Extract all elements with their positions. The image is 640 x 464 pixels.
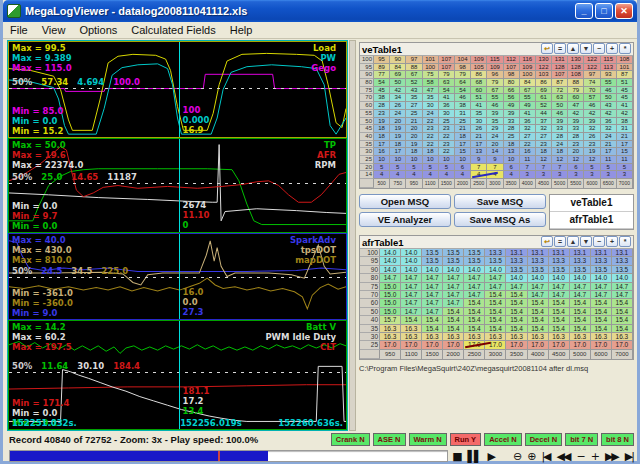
table-cell[interactable]: 17: [601, 148, 617, 156]
table-cell[interactable]: 15.4: [549, 308, 570, 316]
table-cell[interactable]: 15.4: [506, 291, 527, 299]
table-cell[interactable]: 39: [504, 110, 520, 118]
table-cell[interactable]: 131: [552, 56, 568, 64]
table-cell[interactable]: 13.1: [612, 249, 633, 257]
table-cell[interactable]: 16.3: [401, 333, 422, 341]
table-cell[interactable]: 28: [552, 133, 568, 141]
table-cell[interactable]: 5: [423, 164, 439, 172]
table-cell[interactable]: 15.4: [612, 316, 633, 324]
table-cell[interactable]: 97: [406, 56, 422, 64]
table-cell[interactable]: 7: [552, 164, 568, 172]
table-cell[interactable]: 58: [423, 79, 439, 87]
table-cell[interactable]: 15.4: [528, 316, 549, 324]
table-cell[interactable]: 104: [455, 56, 471, 64]
table-cell[interactable]: 42: [601, 110, 617, 118]
table-cell[interactable]: 13.5: [549, 266, 570, 274]
table-cell[interactable]: 14.7: [549, 291, 570, 299]
table-cell[interactable]: 46: [584, 102, 600, 110]
table-cell[interactable]: 18: [536, 148, 552, 156]
table-cell[interactable]: 17.0: [380, 341, 401, 349]
table-cell[interactable]: 17.0: [549, 341, 570, 349]
table-cell[interactable]: 39: [487, 110, 503, 118]
table-cell[interactable]: 25: [504, 133, 520, 141]
table-cell[interactable]: 17.0: [506, 341, 527, 349]
table-cell[interactable]: 6: [568, 164, 584, 172]
table-cell[interactable]: 15.4: [570, 308, 591, 316]
table-cell[interactable]: 41: [520, 110, 536, 118]
table-cell[interactable]: 47: [568, 102, 584, 110]
table-cell[interactable]: 23: [374, 110, 390, 118]
table-cell[interactable]: 57: [584, 94, 600, 102]
table-cell[interactable]: 3: [520, 171, 536, 179]
table-cell[interactable]: 3: [552, 171, 568, 179]
table-cell[interactable]: 67: [487, 87, 503, 95]
table-cell[interactable]: 3: [601, 171, 617, 179]
table-cell[interactable]: 22: [423, 141, 439, 149]
table-cell[interactable]: 107: [439, 56, 455, 64]
table-cell[interactable]: 15.4: [570, 316, 591, 324]
table-cell[interactable]: 54: [455, 87, 471, 95]
table-cell[interactable]: 15.4: [485, 308, 506, 316]
table-cell[interactable]: 15.4: [443, 325, 464, 333]
table-cell[interactable]: 14.7: [591, 291, 612, 299]
table-cell[interactable]: 130: [536, 56, 552, 64]
stop-button[interactable]: ■: [452, 450, 460, 463]
table-cell[interactable]: 31: [455, 110, 471, 118]
table-cell[interactable]: 13.5: [570, 266, 591, 274]
table-cell[interactable]: 41: [439, 94, 455, 102]
table-cell[interactable]: 21: [601, 141, 617, 149]
table-cell[interactable]: 3: [568, 171, 584, 179]
table-cell[interactable]: 21: [455, 125, 471, 133]
revert-icon[interactable]: ↩: [541, 236, 553, 247]
table-cell[interactable]: 15.4: [591, 299, 612, 307]
table-cell[interactable]: 13.3: [528, 257, 549, 265]
table-cell[interactable]: 32: [536, 125, 552, 133]
table-cell[interactable]: 22: [423, 118, 439, 126]
table-cell[interactable]: 15.4: [506, 308, 527, 316]
table-cell[interactable]: 24: [601, 133, 617, 141]
menu-item-help[interactable]: Help: [223, 23, 260, 37]
table-cell[interactable]: 32: [601, 125, 617, 133]
skip-end-button[interactable]: ▶|: [625, 450, 633, 463]
table-cell[interactable]: 15.4: [464, 325, 485, 333]
table-cell[interactable]: 20: [568, 148, 584, 156]
table-cell[interactable]: 39: [568, 118, 584, 126]
table-cell[interactable]: 109: [520, 64, 536, 72]
table-cell[interactable]: 43: [406, 87, 422, 95]
table-cell[interactable]: 14.7: [422, 291, 443, 299]
table-cell[interactable]: 14.7: [591, 283, 612, 291]
table-cell[interactable]: 15.4: [464, 299, 485, 307]
table-cell[interactable]: 107: [504, 64, 520, 72]
table-cell[interactable]: 46: [455, 94, 471, 102]
table-cell[interactable]: 4: [390, 171, 406, 179]
table-cell[interactable]: 128: [568, 64, 584, 72]
table-cell[interactable]: 116: [520, 56, 536, 64]
table-cell[interactable]: 14.0: [401, 257, 422, 265]
increment-up-button[interactable]: ▲: [567, 43, 579, 54]
table-cell[interactable]: 10: [423, 156, 439, 164]
table-cell[interactable]: 33: [504, 118, 520, 126]
table-cell[interactable]: 25: [455, 118, 471, 126]
table-cell[interactable]: 33: [552, 125, 568, 133]
table-cell[interactable]: 14.7: [380, 274, 401, 282]
scale-button[interactable]: *: [619, 236, 631, 247]
table-cell[interactable]: 95: [374, 56, 390, 64]
table-cell[interactable]: 80: [504, 79, 520, 87]
table-cell[interactable]: 5: [406, 164, 422, 172]
equals-button[interactable]: =: [554, 43, 566, 54]
table-cell[interactable]: 15.4: [485, 316, 506, 324]
open-msq-button[interactable]: Open MSQ: [359, 194, 451, 209]
decrease-button[interactable]: −: [593, 236, 605, 247]
table-cell[interactable]: 14.0: [549, 274, 570, 282]
table-cell[interactable]: 30: [423, 102, 439, 110]
table-cell[interactable]: 18: [455, 133, 471, 141]
table-cell[interactable]: 28: [568, 133, 584, 141]
table-cell[interactable]: 33: [568, 125, 584, 133]
table-cell[interactable]: 14.7: [549, 283, 570, 291]
table-cell[interactable]: 30: [439, 110, 455, 118]
table-cell[interactable]: 23: [584, 141, 600, 149]
table-cell[interactable]: 56: [504, 94, 520, 102]
table-cell[interactable]: 50: [552, 102, 568, 110]
table-cell[interactable]: 14.7: [485, 283, 506, 291]
increase-button[interactable]: +: [606, 236, 618, 247]
